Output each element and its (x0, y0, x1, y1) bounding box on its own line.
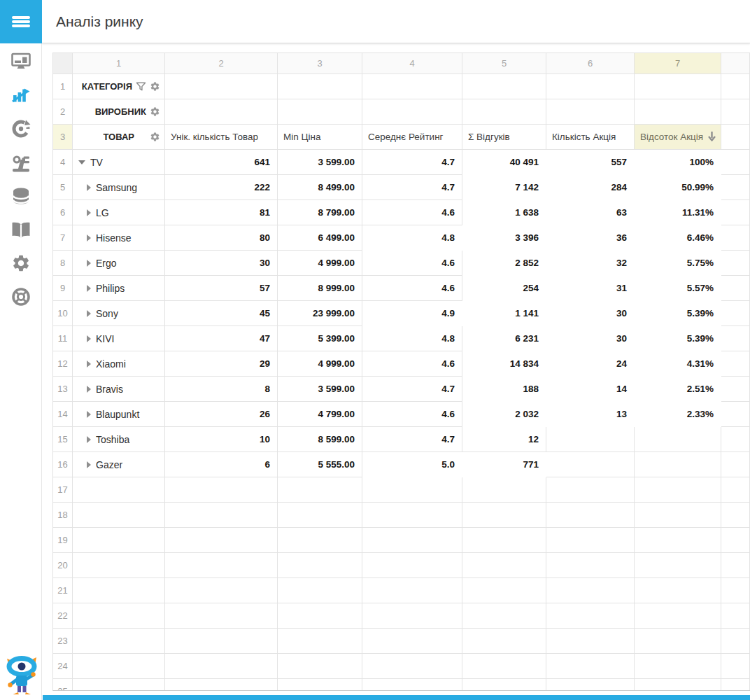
value-cell[interactable] (546, 452, 635, 477)
grid-corner-cell[interactable] (53, 53, 73, 74)
row-number[interactable]: 20 (53, 553, 73, 578)
empty-cell[interactable] (635, 99, 721, 125)
row-number[interactable]: 22 (53, 603, 73, 629)
empty-cell[interactable] (721, 452, 750, 477)
value-cell[interactable]: 13 (546, 402, 635, 427)
empty-cell[interactable] (362, 503, 462, 528)
row-number[interactable]: 3 (53, 125, 73, 150)
empty-cell[interactable] (362, 679, 462, 691)
empty-cell[interactable] (721, 603, 750, 629)
measure-header[interactable]: Min Ціна (278, 125, 362, 150)
value-cell[interactable]: 4 999.00 (278, 251, 362, 276)
value-cell[interactable]: 3 599.00 (278, 150, 362, 175)
empty-cell[interactable] (721, 74, 750, 99)
empty-cell[interactable] (165, 477, 278, 503)
row-number[interactable]: 7 (53, 225, 73, 251)
empty-cell[interactable] (73, 578, 165, 603)
row-number[interactable]: 2 (53, 99, 73, 125)
empty-cell[interactable] (721, 629, 750, 654)
value-cell[interactable]: 4 999.00 (278, 351, 362, 377)
empty-cell[interactable] (462, 654, 546, 679)
value-cell[interactable]: 26 (165, 402, 278, 427)
empty-cell[interactable] (546, 99, 635, 125)
empty-cell[interactable] (165, 578, 278, 603)
empty-cell[interactable] (462, 74, 546, 99)
empty-cell[interactable] (165, 99, 278, 125)
empty-cell[interactable] (635, 528, 721, 553)
sidebar-item-dashboards[interactable] (0, 52, 42, 74)
empty-cell[interactable] (546, 578, 635, 603)
value-cell[interactable]: 771 (462, 452, 546, 477)
expand-icon[interactable] (87, 234, 91, 241)
field-settings-icon[interactable] (150, 81, 160, 92)
empty-cell[interactable] (165, 74, 278, 99)
row-label-cell[interactable]: Xiaomi (73, 351, 165, 377)
column-number[interactable]: 7 (635, 53, 721, 74)
value-cell[interactable]: 57 (165, 276, 278, 301)
expand-icon[interactable] (87, 461, 91, 468)
value-cell[interactable]: 3 599.00 (278, 377, 362, 402)
row-label-cell[interactable]: Toshiba (73, 427, 165, 452)
column-number-partial[interactable] (721, 53, 750, 74)
row-label-cell[interactable]: Sony (73, 301, 165, 326)
empty-cell[interactable] (721, 251, 750, 276)
empty-cell[interactable] (721, 578, 750, 603)
empty-cell[interactable] (635, 654, 721, 679)
sidebar-item-settings[interactable] (0, 254, 42, 275)
row-number[interactable]: 5 (53, 175, 73, 200)
empty-cell[interactable] (721, 654, 750, 679)
empty-cell[interactable] (165, 553, 278, 578)
value-cell[interactable]: 50.99% (635, 175, 721, 200)
value-cell[interactable]: 8 (165, 377, 278, 402)
value-cell[interactable]: 5.39% (635, 326, 721, 351)
row-number[interactable]: 6 (53, 200, 73, 225)
value-cell[interactable]: 10 (165, 427, 278, 452)
empty-cell[interactable] (635, 74, 721, 99)
row-number[interactable]: 15 (53, 427, 73, 452)
empty-cell[interactable] (73, 503, 165, 528)
value-cell[interactable]: 2 852 (462, 251, 546, 276)
row-label-cell[interactable]: Ergo (73, 251, 165, 276)
value-cell[interactable]: 4.6 (362, 251, 462, 276)
row-label-cell[interactable]: Philips (73, 276, 165, 301)
value-cell[interactable]: 40 491 (462, 150, 546, 175)
empty-cell[interactable] (721, 276, 750, 301)
empty-cell[interactable] (278, 629, 362, 654)
empty-cell[interactable] (362, 629, 462, 654)
empty-cell[interactable] (635, 629, 721, 654)
value-cell[interactable]: 4.31% (635, 351, 721, 377)
value-cell[interactable]: 5.75% (635, 251, 721, 276)
empty-cell[interactable] (362, 654, 462, 679)
row-label-cell[interactable]: Gazer (73, 452, 165, 477)
value-cell[interactable]: 5.0 (362, 452, 462, 477)
empty-cell[interactable] (278, 74, 362, 99)
row-number[interactable]: 21 (53, 578, 73, 603)
empty-cell[interactable] (278, 654, 362, 679)
row-label-cell[interactable]: Samsung (73, 175, 165, 200)
value-cell[interactable]: 30 (546, 301, 635, 326)
column-number[interactable]: 1 (73, 53, 165, 74)
pivot-field-cell[interactable]: ВИРОБНИК (73, 99, 165, 125)
empty-cell[interactable] (462, 629, 546, 654)
value-cell[interactable]: 4.7 (362, 377, 462, 402)
empty-cell[interactable] (721, 175, 750, 200)
empty-cell[interactable] (721, 528, 750, 553)
column-number[interactable]: 3 (278, 53, 362, 74)
value-cell[interactable]: 4.6 (362, 351, 462, 377)
value-cell[interactable]: 80 (165, 225, 278, 251)
measure-header[interactable]: Унік. кількість Товар (165, 125, 278, 150)
value-cell[interactable]: 4.7 (362, 175, 462, 200)
expand-icon[interactable] (87, 386, 91, 393)
value-cell[interactable]: 188 (462, 377, 546, 402)
value-cell[interactable] (635, 452, 721, 477)
empty-cell[interactable] (635, 477, 721, 503)
sidebar-item-automation[interactable] (0, 153, 42, 174)
expand-icon[interactable] (87, 209, 91, 216)
measure-header-partial[interactable] (721, 125, 750, 150)
empty-cell[interactable] (546, 603, 635, 629)
expand-icon[interactable] (87, 436, 91, 443)
sidebar-item-help[interactable] (0, 288, 42, 309)
value-cell[interactable]: 14 834 (462, 351, 546, 377)
empty-cell[interactable] (546, 503, 635, 528)
value-cell[interactable]: 31 (546, 276, 635, 301)
